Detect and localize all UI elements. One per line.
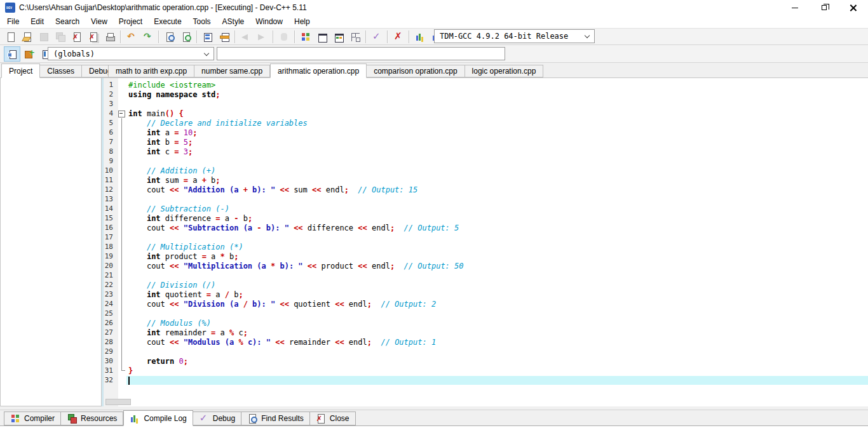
minimize-button[interactable]: [780, 0, 810, 15]
code-line[interactable]: 3: [102, 99, 868, 109]
code-line[interactable]: 20 cout << "Multiplication (a * b): " <<…: [102, 261, 868, 271]
line-number[interactable]: 17: [102, 233, 116, 241]
line-number[interactable]: 31: [102, 366, 116, 375]
code-line[interactable]: 31}: [102, 366, 868, 375]
menu-astyle[interactable]: AStyle: [217, 16, 250, 27]
code-line[interactable]: 8 int c = 3;: [102, 147, 868, 156]
file-tab-math-to-arith-exp-cpp[interactable]: math to arith exp.cpp: [108, 65, 194, 77]
file-tab-number-same-cpp[interactable]: number same.cpp: [194, 65, 270, 77]
report-tab-debug[interactable]: Debug: [193, 411, 241, 425]
line-number[interactable]: 7: [102, 138, 116, 146]
line-number[interactable]: 20: [102, 262, 116, 270]
code-line[interactable]: 30 return 0;: [102, 356, 868, 366]
line-number[interactable]: 19: [102, 252, 116, 260]
line-number[interactable]: 18: [102, 243, 116, 251]
code-line[interactable]: 22 // Division (/): [102, 280, 868, 290]
line-number[interactable]: 13: [102, 195, 116, 203]
compile-run-button[interactable]: [330, 29, 347, 44]
code-line[interactable]: 23 int quotient = a / b;: [102, 290, 868, 299]
code-line[interactable]: 29: [102, 347, 868, 356]
new-file-button[interactable]: [3, 29, 19, 44]
code-line[interactable]: 10 // Addition (+): [102, 166, 868, 175]
line-number[interactable]: 5: [102, 119, 116, 127]
line-number[interactable]: 29: [102, 347, 116, 356]
code-line[interactable]: 9: [102, 156, 868, 166]
code-line[interactable]: 21: [102, 271, 868, 280]
line-number[interactable]: 16: [102, 224, 116, 232]
globals-select[interactable]: (globals): [48, 47, 214, 60]
code-line[interactable]: 19 int product = a * b;: [102, 251, 868, 261]
code-line[interactable]: 25: [102, 309, 868, 318]
undo-button[interactable]: [123, 29, 140, 44]
report-tab-find-results[interactable]: Find Results: [241, 411, 310, 425]
line-number[interactable]: 32: [102, 376, 116, 384]
panel-tab-classes[interactable]: Classes: [40, 65, 82, 77]
code-line[interactable]: 15 int difference = a - b;: [102, 213, 868, 223]
report-tab-close[interactable]: Close: [310, 411, 356, 425]
compiler-select[interactable]: TDM-GCC 4.9.2 64-bit Release: [434, 29, 595, 43]
menu-project[interactable]: Project: [113, 16, 148, 27]
file-tab-logic-operation-cpp[interactable]: logic operation.cpp: [465, 65, 544, 77]
report-tab-compiler[interactable]: Compiler: [4, 411, 61, 425]
code-line[interactable]: 4int main() {: [102, 109, 868, 118]
swap-header-source-button[interactable]: [216, 29, 233, 44]
print-button[interactable]: [102, 29, 118, 44]
line-number[interactable]: 11: [102, 176, 116, 184]
code-line[interactable]: 14 // Subtraction (-): [102, 204, 868, 213]
code-line[interactable]: 17: [102, 232, 868, 242]
menu-view[interactable]: View: [85, 16, 113, 27]
menu-tools[interactable]: Tools: [187, 16, 217, 27]
syntax-check-button[interactable]: [369, 29, 385, 44]
line-number[interactable]: 9: [102, 157, 116, 165]
code-line[interactable]: 12 cout << "Addition (a + b): " << sum <…: [102, 185, 868, 194]
line-number[interactable]: 4: [102, 109, 116, 117]
member-select[interactable]: [217, 47, 505, 60]
line-number[interactable]: 12: [102, 185, 116, 194]
panel-tab-project[interactable]: Project: [1, 64, 40, 78]
code-editor[interactable]: 1#include <iostream>2using namespace std…: [102, 77, 868, 406]
find-button[interactable]: [161, 29, 178, 44]
code-line[interactable]: 16 cout << "Subtraction (a - b): " << di…: [102, 223, 868, 232]
code-line[interactable]: 26 // Modulus (%): [102, 318, 868, 328]
profile-button[interactable]: [412, 29, 428, 44]
menu-help[interactable]: Help: [288, 16, 316, 27]
close-button[interactable]: [839, 0, 868, 15]
line-number[interactable]: 2: [102, 90, 116, 98]
horizontal-scrollbar-thumb[interactable]: [105, 399, 131, 405]
code-line[interactable]: 5 // Declare and initialize variables: [102, 118, 868, 128]
compile-button[interactable]: [297, 29, 314, 44]
redo-button[interactable]: [140, 29, 156, 44]
line-number[interactable]: 22: [102, 281, 116, 289]
replace-button[interactable]: [178, 29, 194, 44]
code-line[interactable]: 32: [102, 375, 868, 385]
open-file-button[interactable]: [19, 29, 36, 44]
line-number[interactable]: 10: [102, 166, 116, 175]
new-unit-button[interactable]: [4, 46, 20, 62]
code-line[interactable]: 27 int remainder = a % c;: [102, 328, 868, 337]
menu-execute[interactable]: Execute: [148, 16, 187, 27]
line-number[interactable]: 27: [102, 328, 116, 337]
code-line[interactable]: 13: [102, 194, 868, 204]
code-line[interactable]: 24 cout << "Division (a / b): " << quoti…: [102, 299, 868, 309]
report-tab-compile-log[interactable]: Compile Log: [123, 410, 193, 426]
restore-button[interactable]: [810, 0, 839, 15]
goto-function-button[interactable]: [200, 29, 216, 44]
line-number[interactable]: 30: [102, 357, 116, 365]
line-number[interactable]: 24: [102, 300, 116, 308]
file-tab-arithmatic-operation-cpp[interactable]: arithmatic operation.cpp: [270, 64, 367, 78]
code-line[interactable]: 1#include <iostream>: [102, 80, 868, 90]
line-number[interactable]: 1: [102, 81, 116, 89]
rebuild-all-button[interactable]: [347, 29, 363, 44]
fold-collapse-icon[interactable]: [116, 109, 126, 118]
code-line[interactable]: 6 int a = 10;: [102, 128, 868, 137]
code-line[interactable]: 7 int b = 5;: [102, 137, 868, 147]
run-button[interactable]: [314, 29, 330, 44]
add-unit-button[interactable]: [20, 46, 37, 62]
file-tab-comparison-opration-cpp[interactable]: comparison opration.cpp: [367, 65, 465, 77]
line-number[interactable]: 15: [102, 214, 116, 222]
close-file-button[interactable]: [69, 29, 85, 44]
line-number[interactable]: 23: [102, 290, 116, 298]
code-line[interactable]: 28 cout << "Modulus (a % c): " << remain…: [102, 337, 868, 347]
line-number[interactable]: 8: [102, 147, 116, 156]
menu-file[interactable]: File: [1, 16, 25, 27]
